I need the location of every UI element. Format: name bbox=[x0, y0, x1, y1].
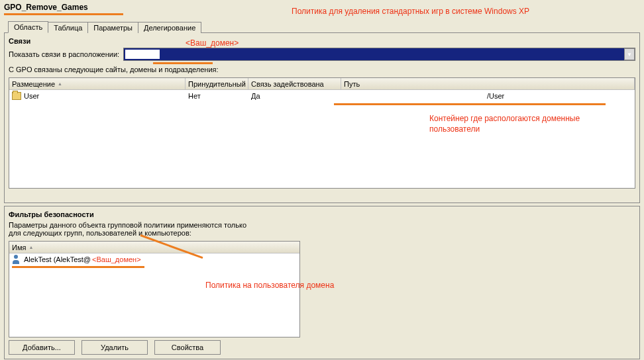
annotation-policy-desc: Политика для удаления стандартных игр в … bbox=[292, 7, 557, 17]
annotation-container: Контейнер где распологаются доменные пол… bbox=[429, 114, 628, 134]
user-icon bbox=[12, 255, 21, 264]
links-header: Размещение▲ Принудительный Связь задейст… bbox=[9, 78, 635, 90]
table-row[interactable]: User Нет Да /User bbox=[9, 90, 635, 102]
col-enabled[interactable]: Связь задействована bbox=[248, 78, 341, 89]
annotation-domain2: <Ваш_домен> bbox=[92, 255, 141, 263]
security-desc1: Параметры данного объекта групповой поли… bbox=[9, 221, 635, 229]
folder-icon bbox=[12, 92, 21, 100]
location-combo[interactable]: ▼ bbox=[123, 48, 635, 61]
combo-underline bbox=[153, 62, 213, 64]
sort-icon: ▲ bbox=[58, 81, 62, 86]
col-location[interactable]: Размещение▲ bbox=[9, 78, 186, 89]
links-title: Связи bbox=[9, 37, 635, 45]
combo-dropdown-icon[interactable]: ▼ bbox=[624, 48, 635, 60]
col-forced[interactable]: Принудительный bbox=[186, 78, 248, 89]
tab-bar: Область Таблица Параметры Делегирование bbox=[0, 19, 644, 32]
sort-icon: ▲ bbox=[28, 245, 33, 249]
row-location: User bbox=[24, 92, 39, 100]
list-item[interactable]: AlekTest (AlekTest@ <Ваш_домен> bbox=[9, 253, 299, 265]
remove-button[interactable]: Удалить bbox=[81, 340, 148, 355]
properties-button[interactable]: Свойства bbox=[154, 340, 221, 355]
col-path[interactable]: Путь bbox=[341, 78, 635, 89]
security-title: Фильтры безопасности bbox=[9, 210, 635, 218]
tab-delegation[interactable]: Делегирование bbox=[138, 22, 201, 33]
combo-value-mask bbox=[125, 50, 160, 59]
security-entry: AlekTest (AlekTest@ bbox=[24, 255, 91, 263]
row-enabled: Да bbox=[248, 90, 341, 102]
title-underline bbox=[4, 13, 123, 15]
button-row: Добавить... Удалить Свойства bbox=[9, 340, 221, 355]
row-path: /User bbox=[487, 92, 504, 100]
annotation-domain1: <Ваш_домен> bbox=[186, 38, 239, 49]
tab-scope[interactable]: Область bbox=[8, 21, 48, 33]
annotation-user-policy: Политика на пользователя домена bbox=[205, 281, 334, 291]
links-subtext: С GPO связаны следующие сайты, домены и … bbox=[9, 66, 635, 73]
show-links-label: Показать связи в расположении: bbox=[9, 50, 119, 58]
path-underline bbox=[334, 103, 606, 105]
security-col-name[interactable]: Имя▲ bbox=[9, 242, 299, 253]
tab-params[interactable]: Параметры bbox=[87, 22, 138, 33]
tab-table[interactable]: Таблица bbox=[48, 22, 88, 33]
entry-underline bbox=[12, 266, 144, 268]
add-button[interactable]: Добавить... bbox=[9, 340, 75, 355]
security-desc2: для следующих групп, пользователей и ком… bbox=[9, 229, 635, 237]
row-forced: Нет bbox=[186, 90, 248, 102]
